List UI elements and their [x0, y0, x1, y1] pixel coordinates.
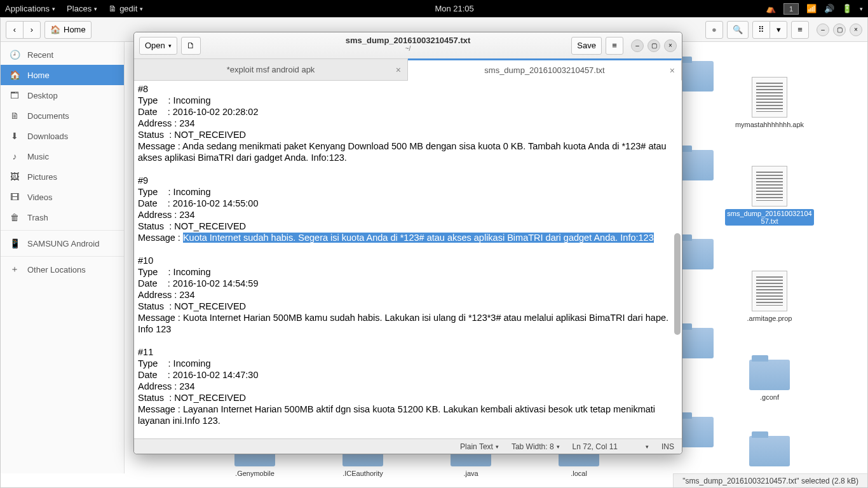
- close-icon[interactable]: ×: [670, 65, 675, 76]
- text-file-icon: [752, 271, 787, 311]
- sidebar-item-downloads[interactable]: ⬇Downloads: [1, 126, 124, 146]
- cursor-position[interactable]: Ln 72, Col 11▾: [573, 442, 649, 451]
- battery-icon[interactable]: 🔋: [842, 4, 852, 13]
- sidebar-item-trash[interactable]: 🗑Trash: [1, 207, 124, 227]
- view-grid-button[interactable]: ⠿: [752, 21, 770, 39]
- system-menu-chevron-icon[interactable]: ▾: [860, 6, 863, 12]
- gedit-app-icon: 🗎: [109, 4, 117, 13]
- menu-icon: ≡: [612, 41, 617, 50]
- record-button[interactable]: ●: [705, 21, 723, 39]
- tab-exploit-msf[interactable]: *exploit msf android apk×: [134, 59, 408, 80]
- plus-icon: ＋: [10, 264, 20, 275]
- hamburger-button[interactable]: ≡: [791, 21, 809, 39]
- sidebar-item-recent[interactable]: 🕘Recent: [1, 44, 124, 65]
- window-minimize[interactable]: –: [817, 24, 829, 36]
- chevron-right-icon: ›: [31, 25, 33, 34]
- files-statusbar: "sms_dump_20161003210457.txt" selected (…: [673, 473, 867, 487]
- chevron-down-icon: ▾: [776, 25, 781, 34]
- new-tab-button[interactable]: 🗋: [181, 37, 201, 55]
- trash-icon: 🗑: [10, 212, 20, 222]
- chevron-left-icon: ‹: [13, 25, 16, 34]
- tab-width-selector[interactable]: Tab Width: 8▾: [512, 442, 560, 451]
- window-minimize[interactable]: –: [631, 39, 644, 52]
- desktop-icon: 🗔: [10, 90, 20, 100]
- video-icon: 🎞: [10, 192, 20, 202]
- places-menu[interactable]: Places▾: [67, 4, 97, 13]
- text-file-icon: [752, 166, 787, 207]
- search-icon: 🔍: [733, 25, 743, 34]
- sidebar-item-documents[interactable]: 🗎Documents: [1, 105, 124, 126]
- home-icon: 🏠: [50, 25, 60, 34]
- camera-icon[interactable]: ⛺: [766, 4, 776, 13]
- file-item-gconf[interactable]: .gconf: [722, 360, 817, 402]
- file-item-hidden-folder-6[interactable]: [722, 436, 817, 469]
- tab-sms-dump[interactable]: sms_dump_20161003210457.txt×: [408, 58, 682, 81]
- insert-mode: INS: [661, 442, 674, 451]
- folder-icon: [749, 436, 790, 466]
- active-app-menu[interactable]: 🗎gedit▾: [109, 4, 143, 13]
- folder-icon: [749, 360, 790, 390]
- window-close[interactable]: ×: [664, 39, 677, 52]
- window-maximize[interactable]: ▢: [648, 39, 660, 52]
- home-icon: 🏠: [10, 70, 20, 80]
- hamburger-button[interactable]: ≡: [606, 37, 623, 55]
- record-icon: ●: [712, 25, 717, 34]
- sidebar-item-pictures[interactable]: 🖼Pictures: [1, 166, 124, 187]
- volume-icon[interactable]: 🔊: [824, 4, 834, 13]
- sidebar-item-videos[interactable]: 🎞Videos: [1, 187, 124, 207]
- back-button[interactable]: ‹: [6, 21, 24, 39]
- applications-menu[interactable]: Applications▾: [5, 4, 55, 13]
- grid-icon: ⠿: [758, 25, 764, 34]
- search-button[interactable]: 🔍: [727, 21, 749, 39]
- sidebar-item-other-locations[interactable]: ＋Other Locations: [1, 259, 124, 280]
- window-maximize[interactable]: ▢: [833, 24, 846, 36]
- language-selector[interactable]: Plain Text▾: [460, 442, 499, 451]
- file-item-sms-dump[interactable]: sms_dump_20161003210457.txt: [722, 166, 817, 226]
- picture-icon: 🖼: [10, 172, 20, 182]
- phone-icon: 📱: [10, 238, 20, 248]
- new-tab-icon: 🗋: [187, 41, 195, 50]
- clock[interactable]: Mon 21:05: [143, 4, 766, 13]
- save-button[interactable]: Save: [571, 37, 602, 55]
- open-button[interactable]: Open▾: [139, 37, 177, 55]
- sidebar-item-music[interactable]: ♪Music: [1, 146, 124, 166]
- network-icon[interactable]: 📶: [806, 4, 817, 13]
- file-item-armitage-prop[interactable]: .armitage.prop: [722, 271, 817, 323]
- chevron-down-icon: ▾: [168, 43, 172, 49]
- forward-button[interactable]: ›: [23, 21, 41, 39]
- download-icon: ⬇: [10, 131, 20, 141]
- path-home-button[interactable]: 🏠Home: [44, 21, 92, 39]
- text-file-icon: [752, 77, 787, 118]
- music-icon: ♪: [10, 151, 20, 161]
- gedit-headerbar: Open▾ 🗋 sms_dump_20161003210457.txt ~/ S…: [134, 32, 682, 59]
- sidebar-item-home[interactable]: 🏠Home: [1, 65, 124, 85]
- close-icon[interactable]: ×: [396, 65, 401, 75]
- gnome-topbar: Applications▾ Places▾ 🗎gedit▾ Mon 21:05 …: [0, 0, 868, 17]
- gedit-tab-bar: *exploit msf android apk× sms_dump_20161…: [134, 59, 682, 81]
- file-item-mymastah-apk[interactable]: mymastahhhhhhh.apk: [722, 77, 817, 129]
- clock-icon: 🕘: [10, 50, 20, 60]
- gedit-window: Open▾ 🗋 sms_dump_20161003210457.txt ~/ S…: [133, 32, 682, 454]
- file-icon: 🗎: [10, 111, 20, 121]
- window-close[interactable]: ×: [850, 24, 862, 36]
- selected-text: Kuota Internet sudah habis. Segera isi k…: [183, 233, 654, 243]
- workspace-indicator[interactable]: 1: [783, 3, 799, 15]
- files-sidebar: 🕘Recent 🏠Home 🗔Desktop 🗎Documents ⬇Downl…: [1, 42, 125, 473]
- gedit-statusbar: Plain Text▾ Tab Width: 8▾ Ln 72, Col 11▾…: [134, 438, 682, 454]
- view-menu-button[interactable]: ▾: [770, 21, 787, 39]
- sidebar-item-desktop[interactable]: 🗔Desktop: [1, 85, 124, 105]
- menu-icon: ≡: [797, 25, 803, 34]
- scrollbar-thumb[interactable]: [674, 233, 681, 335]
- sidebar-item-samsung[interactable]: 📱SAMSUNG Android: [1, 233, 124, 254]
- text-editor-area[interactable]: #8 Type : Incoming Date : 2016-10-02 20:…: [134, 81, 682, 438]
